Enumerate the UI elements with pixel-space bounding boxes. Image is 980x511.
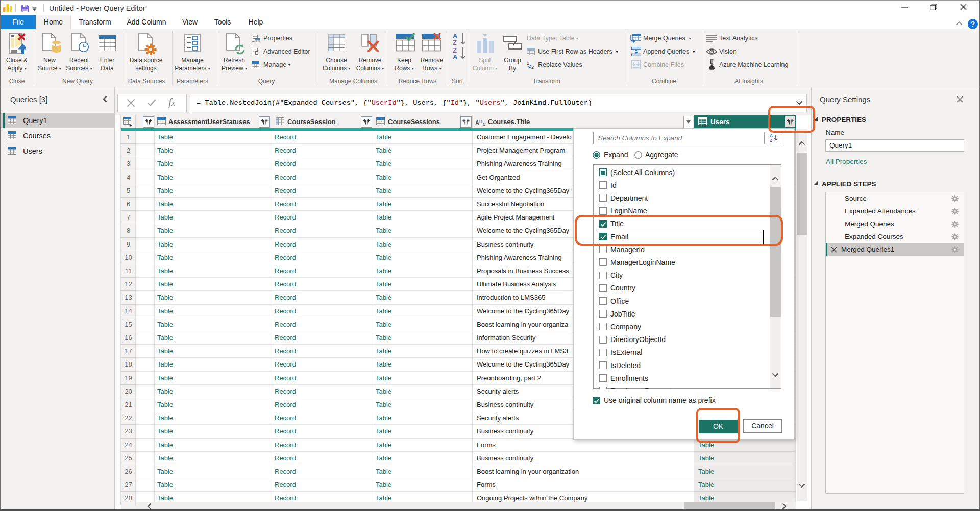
svg-text:Z: Z [453,39,457,45]
svg-text:1: 1 [527,61,529,66]
svg-text:?: ? [971,20,975,28]
svg-text:Z: Z [770,138,772,143]
svg-text:2: 2 [531,65,534,69]
